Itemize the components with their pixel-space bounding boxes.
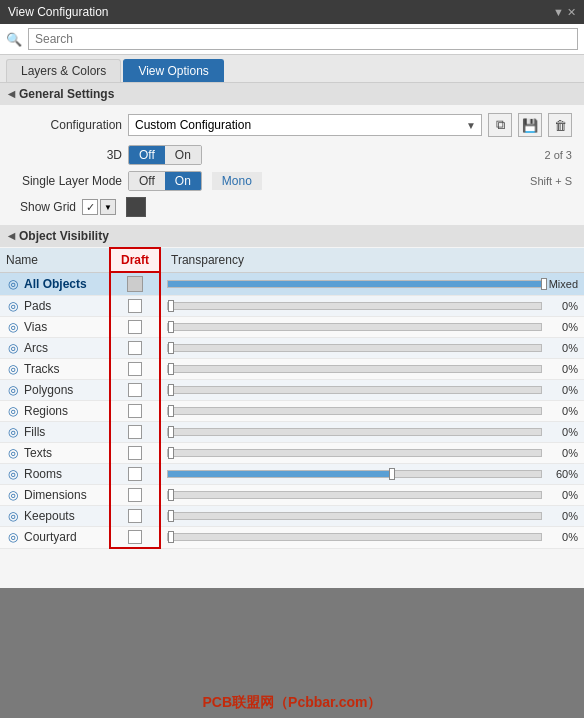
view-configuration-panel: View Configuration ▼ ✕ 🔍 Layers & Colors… (0, 0, 584, 718)
draft-checkbox-6[interactable] (128, 404, 142, 418)
configuration-row: Configuration Custom Configuration ▼ ⧉ 💾… (12, 113, 572, 137)
title-bar: View Configuration ▼ ✕ (0, 0, 584, 24)
transparency-value-0: Mixed (546, 278, 578, 290)
draft-checkbox-4[interactable] (128, 362, 142, 376)
object-visibility-table: Name Draft Transparency ◎ All Objects (0, 247, 584, 549)
row-name-1: Pads (24, 299, 51, 313)
config-select[interactable]: Custom Configuration (128, 114, 482, 136)
transparency-cell-1: 0% (160, 296, 584, 317)
content-area: ◀ General Settings Configuration Custom … (0, 83, 584, 588)
draft-cell-8 (110, 443, 160, 464)
object-visibility-body: Name Draft Transparency ◎ All Objects (0, 247, 584, 549)
table-row: ◎ All Objects Mixed (0, 272, 584, 296)
eye-icon-8[interactable]: ◎ (6, 446, 20, 460)
table-row: ◎ Courtyard 0% (0, 527, 584, 549)
eye-icon-6[interactable]: ◎ (6, 404, 20, 418)
threed-off-button[interactable]: Off (129, 146, 165, 164)
draft-checkbox-0[interactable] (127, 276, 143, 292)
eye-icon-12[interactable]: ◎ (6, 530, 20, 544)
eye-icon-1[interactable]: ◎ (6, 299, 20, 313)
draft-cell-10 (110, 485, 160, 506)
draft-checkbox-5[interactable] (128, 383, 142, 397)
row-name-11: Keepouts (24, 509, 75, 523)
transparency-track-2[interactable] (167, 323, 542, 331)
draft-checkbox-10[interactable] (128, 488, 142, 502)
table-row: ◎ Dimensions 0% (0, 485, 584, 506)
draft-checkbox-3[interactable] (128, 341, 142, 355)
transparency-track-3[interactable] (167, 344, 542, 352)
eye-icon-11[interactable]: ◎ (6, 509, 20, 523)
single-off-button[interactable]: Off (129, 172, 165, 190)
show-grid-checkbox[interactable] (82, 199, 98, 215)
obj-vis-collapse-triangle: ◀ (8, 231, 15, 241)
transparency-track-11[interactable] (167, 512, 542, 520)
draft-checkbox-7[interactable] (128, 425, 142, 439)
transparency-track-6[interactable] (167, 407, 542, 415)
config-select-wrapper: Custom Configuration ▼ (128, 114, 482, 136)
threed-on-button[interactable]: On (165, 146, 201, 164)
row-name-6: Regions (24, 404, 68, 418)
draft-cell-2 (110, 317, 160, 338)
name-cell-0: ◎ All Objects (0, 272, 110, 296)
tab-view-options[interactable]: View Options (123, 59, 223, 82)
grid-color-swatch[interactable] (126, 197, 146, 217)
eye-icon-0[interactable]: ◎ (6, 277, 20, 291)
eye-icon-2[interactable]: ◎ (6, 320, 20, 334)
tab-layers-colors[interactable]: Layers & Colors (6, 59, 121, 82)
draft-checkbox-12[interactable] (128, 530, 142, 544)
transparency-track-7[interactable] (167, 428, 542, 436)
search-bar: 🔍 (0, 24, 584, 55)
pin-icon[interactable]: ▼ ✕ (553, 6, 576, 19)
eye-icon-10[interactable]: ◎ (6, 488, 20, 502)
table-row: ◎ Polygons 0% (0, 380, 584, 401)
name-cell-5: ◎ Polygons (0, 380, 110, 401)
transparency-track-8[interactable] (167, 449, 542, 457)
draft-cell-1 (110, 296, 160, 317)
row-name-7: Fills (24, 425, 45, 439)
table-row: ◎ Tracks 0% (0, 359, 584, 380)
transparency-cell-11: 0% (160, 506, 584, 527)
single-on-button[interactable]: On (165, 172, 201, 190)
eye-icon-4[interactable]: ◎ (6, 362, 20, 376)
transparency-track-1[interactable] (167, 302, 542, 310)
transparency-track-5[interactable] (167, 386, 542, 394)
panel-title: View Configuration (8, 5, 109, 19)
save-config-button[interactable]: 💾 (518, 113, 542, 137)
table-row: ◎ Texts 0% (0, 443, 584, 464)
table-header-row: Name Draft Transparency (0, 248, 584, 272)
eye-icon-5[interactable]: ◎ (6, 383, 20, 397)
copy-config-button[interactable]: ⧉ (488, 113, 512, 137)
object-visibility-header[interactable]: ◀ Object Visibility (0, 225, 584, 247)
threed-hint: 2 of 3 (544, 149, 572, 161)
threed-label: 3D (12, 148, 122, 162)
draft-column-header: Draft (110, 248, 160, 272)
search-input[interactable] (28, 28, 578, 50)
show-grid-dropdown[interactable]: ▼ (100, 199, 116, 215)
delete-config-button[interactable]: 🗑 (548, 113, 572, 137)
draft-cell-4 (110, 359, 160, 380)
draft-cell-5 (110, 380, 160, 401)
threed-row: 3D Off On 2 of 3 (12, 145, 572, 165)
transparency-track-10[interactable] (167, 491, 542, 499)
transparency-track-12[interactable] (167, 533, 542, 541)
name-cell-1: ◎ Pads (0, 296, 110, 317)
transparency-value-7: 0% (546, 426, 578, 438)
mono-button[interactable]: Mono (212, 172, 262, 190)
draft-checkbox-2[interactable] (128, 320, 142, 334)
name-column-header: Name (0, 248, 110, 272)
draft-checkbox-8[interactable] (128, 446, 142, 460)
draft-checkbox-1[interactable] (128, 299, 142, 313)
eye-icon-7[interactable]: ◎ (6, 425, 20, 439)
transparency-column-header: Transparency (160, 248, 584, 272)
transparency-value-8: 0% (546, 447, 578, 459)
eye-icon-3[interactable]: ◎ (6, 341, 20, 355)
draft-checkbox-11[interactable] (128, 509, 142, 523)
draft-checkbox-9[interactable] (128, 467, 142, 481)
general-settings-header[interactable]: ◀ General Settings (0, 83, 584, 105)
transparency-track-9[interactable] (167, 470, 542, 478)
transparency-value-6: 0% (546, 405, 578, 417)
transparency-track-4[interactable] (167, 365, 542, 373)
transparency-track-0[interactable] (167, 280, 542, 288)
table-row: ◎ Pads 0% (0, 296, 584, 317)
eye-icon-9[interactable]: ◎ (6, 467, 20, 481)
